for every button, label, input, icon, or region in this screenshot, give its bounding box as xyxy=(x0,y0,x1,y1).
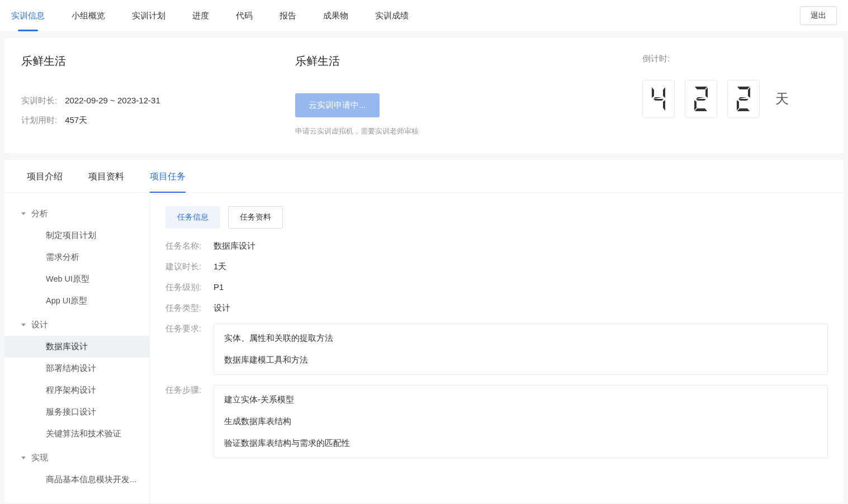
tree-parent-1[interactable]: 设计 xyxy=(4,314,149,336)
project-title-left: 乐鲜生活 xyxy=(21,54,262,69)
content-body: 分析制定项目计划需求分析Web UI原型App UI原型设计数据库设计部署结构设… xyxy=(4,193,844,503)
task-step-box: 建立实体-关系模型生成数据库表结构验证数据库表结构与需求的匹配性 xyxy=(214,385,828,458)
top-navigation: 实训信息小组概览实训计划进度代码报告成果物实训成绩 退出 xyxy=(0,0,848,31)
sub-tab-2[interactable]: 项目任务 xyxy=(150,160,186,192)
tree-child-0-0[interactable]: 制定项目计划 xyxy=(4,225,149,246)
tree-child-0-1[interactable]: 需求分析 xyxy=(4,246,149,268)
countdown-digit-0 xyxy=(642,80,675,118)
tree-child-1-3[interactable]: 服务接口设计 xyxy=(4,401,149,423)
duration-label: 实训时长: xyxy=(21,96,57,106)
task-name-label: 任务名称: xyxy=(165,241,214,251)
task-req-label: 任务要求: xyxy=(165,324,214,375)
top-nav-tab-4[interactable]: 代码 xyxy=(236,0,253,31)
task-level-value: P1 xyxy=(214,282,224,293)
tree-parent-0[interactable]: 分析 xyxy=(4,203,149,225)
duration-row: 实训时长: 2022-09-29 ~ 2023-12-31 xyxy=(21,96,262,106)
tree-child-1-1[interactable]: 部署结构设计 xyxy=(4,358,149,379)
countdown-row: 天 xyxy=(642,80,827,118)
task-type-row: 任务类型: 设计 xyxy=(165,303,828,313)
task-tree-sidebar: 分析制定项目计划需求分析Web UI原型App UI原型设计数据库设计部署结构设… xyxy=(4,193,150,503)
step-line-0: 建立实体-关系模型 xyxy=(224,394,817,405)
sub-tab-1[interactable]: 项目资料 xyxy=(88,160,124,192)
step-line-2: 验证数据库表结构与需求的匹配性 xyxy=(224,438,817,449)
tree-child-0-2[interactable]: Web UI原型 xyxy=(4,268,149,290)
tree-parent-2[interactable]: 实现 xyxy=(4,447,149,469)
task-level-label: 任务级别: xyxy=(165,282,214,293)
task-type-label: 任务类型: xyxy=(165,303,214,313)
plan-row: 计划用时: 457天 xyxy=(21,115,262,126)
task-req-row: 任务要求: 实体、属性和关联的提取方法数据库建模工具和方法 xyxy=(165,324,828,375)
task-name-row: 任务名称: 数据库设计 xyxy=(165,241,828,251)
duration-value: 2022-09-29 ~ 2023-12-31 xyxy=(65,96,160,106)
exit-button[interactable]: 退出 xyxy=(800,6,837,25)
task-step-label: 任务步骤: xyxy=(165,385,214,458)
project-title-middle: 乐鲜生活 xyxy=(295,54,609,69)
task-duration-value: 1天 xyxy=(214,261,226,272)
tree-group-2: 实现商品基本信息模块开发... xyxy=(4,447,149,491)
detail-panel: 任务信息任务资料 任务名称: 数据库设计 建议时长: 1天 任务级别: P1 任… xyxy=(150,193,844,503)
sub-tabs: 项目介绍项目资料项目任务 xyxy=(4,160,844,193)
sub-tab-0[interactable]: 项目介绍 xyxy=(27,160,63,192)
top-nav-tab-2[interactable]: 实训计划 xyxy=(132,0,165,31)
seg-btn-0[interactable]: 任务信息 xyxy=(165,206,220,229)
main-card: 项目介绍项目资料项目任务 分析制定项目计划需求分析Web UI原型App UI原… xyxy=(4,160,844,503)
tree-child-1-4[interactable]: 关键算法和技术验证 xyxy=(4,423,149,445)
task-level-row: 任务级别: P1 xyxy=(165,282,828,293)
tree-group-0: 分析制定项目计划需求分析Web UI原型App UI原型 xyxy=(4,203,149,312)
info-right: 倒计时: 天 xyxy=(642,54,827,136)
top-nav-tab-1[interactable]: 小组概览 xyxy=(72,0,105,31)
cloud-apply-button[interactable]: 云实训申请中... xyxy=(295,93,380,117)
apply-note: 申请云实训虚拟机，需要实训老师审核 xyxy=(295,126,609,136)
info-left: 乐鲜生活 实训时长: 2022-09-29 ~ 2023-12-31 计划用时:… xyxy=(21,54,262,136)
seg-btn-1[interactable]: 任务资料 xyxy=(228,206,283,229)
segment-buttons: 任务信息任务资料 xyxy=(165,206,828,229)
task-type-value: 设计 xyxy=(214,303,230,313)
tree-parent-label: 设计 xyxy=(31,320,48,330)
info-card: 乐鲜生活 实训时长: 2022-09-29 ~ 2023-12-31 计划用时:… xyxy=(4,38,844,153)
tree-child-2-0[interactable]: 商品基本信息模块开发... xyxy=(4,469,149,491)
top-nav-tab-7[interactable]: 实训成绩 xyxy=(375,0,409,31)
task-name-value: 数据库设计 xyxy=(214,241,255,251)
top-nav-tab-0[interactable]: 实训信息 xyxy=(11,0,45,31)
countdown-unit: 天 xyxy=(775,90,789,108)
tree-child-1-2[interactable]: 程序架构设计 xyxy=(4,379,149,401)
caret-down-icon xyxy=(21,457,26,459)
plan-value: 457天 xyxy=(65,115,87,126)
top-nav-tab-3[interactable]: 进度 xyxy=(192,0,209,31)
tree-child-1-0[interactable]: 数据库设计 xyxy=(4,336,149,358)
tree-child-0-3[interactable]: App UI原型 xyxy=(4,290,149,312)
countdown-digit-1 xyxy=(685,80,717,118)
task-step-row: 任务步骤: 建立实体-关系模型生成数据库表结构验证数据库表结构与需求的匹配性 xyxy=(165,385,828,458)
top-nav-tab-5[interactable]: 报告 xyxy=(279,0,296,31)
task-req-box: 实体、属性和关联的提取方法数据库建模工具和方法 xyxy=(214,324,828,375)
tree-parent-label: 分析 xyxy=(31,208,48,219)
countdown-label: 倒计时: xyxy=(642,54,827,64)
step-line-1: 生成数据库表结构 xyxy=(224,416,817,427)
tree-parent-label: 实现 xyxy=(31,453,48,463)
countdown-digit-2 xyxy=(727,80,760,118)
caret-down-icon xyxy=(21,324,26,326)
tree-group-1: 设计数据库设计部署结构设计程序架构设计服务接口设计关键算法和技术验证 xyxy=(4,314,149,445)
task-duration-label: 建议时长: xyxy=(165,261,214,272)
info-middle: 乐鲜生活 云实训申请中... 申请云实训虚拟机，需要实训老师审核 xyxy=(295,54,609,136)
req-line-0: 实体、属性和关联的提取方法 xyxy=(224,333,817,344)
top-nav-tabs: 实训信息小组概览实训计划进度代码报告成果物实训成绩 xyxy=(11,0,409,31)
caret-down-icon xyxy=(21,212,26,215)
task-duration-row: 建议时长: 1天 xyxy=(165,261,828,272)
top-nav-tab-6[interactable]: 成果物 xyxy=(323,0,348,31)
req-line-1: 数据库建模工具和方法 xyxy=(224,355,817,365)
plan-label: 计划用时: xyxy=(21,115,57,126)
